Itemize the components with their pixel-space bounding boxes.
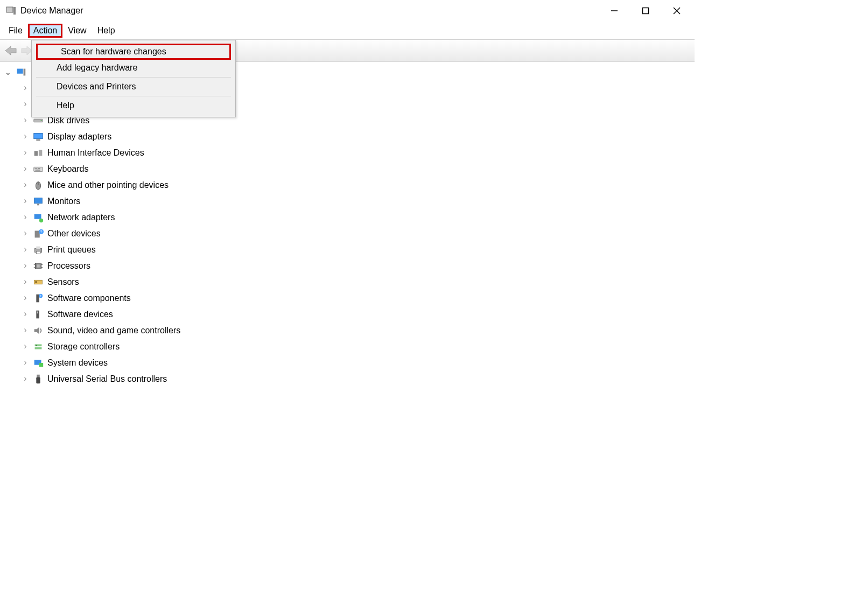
svg-rect-22	[35, 168, 36, 169]
svg-marker-52	[34, 327, 39, 334]
chevron-right-icon[interactable]	[22, 180, 29, 190]
tree-node[interactable]: Storage controllers	[22, 339, 690, 355]
svg-rect-29	[34, 198, 43, 204]
svg-rect-57	[39, 363, 43, 367]
tree-node-label: Sensors	[47, 277, 79, 287]
svg-rect-25	[39, 168, 40, 169]
tree-node[interactable]: System devices	[22, 355, 690, 371]
chevron-right-icon[interactable]	[22, 116, 29, 125]
tree-node[interactable]: Software devices	[22, 306, 690, 323]
chevron-right-icon[interactable]	[22, 229, 29, 239]
close-button[interactable]	[661, 0, 692, 22]
chevron-right-icon[interactable]	[22, 197, 29, 206]
minimize-button[interactable]	[599, 0, 630, 22]
window-controls	[599, 0, 692, 22]
svg-rect-37	[36, 247, 40, 249]
menu-separator	[36, 77, 231, 78]
tree-node[interactable]: Monitors	[22, 193, 690, 209]
sensor-icon	[32, 276, 44, 288]
computer-root-icon	[15, 66, 27, 78]
tree-node[interactable]: Print queues	[22, 242, 690, 258]
sound-icon	[32, 325, 44, 337]
tree-node[interactable]: Network adapters	[22, 209, 690, 226]
chevron-right-icon[interactable]	[22, 164, 29, 174]
cpu-icon	[32, 260, 44, 272]
menu-scan-hardware[interactable]: Scan for hardware changes	[36, 44, 231, 60]
network-icon	[32, 212, 44, 223]
menu-add-legacy[interactable]: Add legacy hardware	[32, 60, 235, 76]
svg-rect-21	[34, 167, 43, 171]
svg-point-32	[39, 219, 43, 222]
tree-node-label: System devices	[47, 358, 108, 368]
svg-rect-8	[17, 69, 23, 74]
chevron-right-icon[interactable]	[22, 148, 29, 158]
mouse-icon	[32, 179, 44, 191]
chevron-right-icon[interactable]	[22, 245, 29, 255]
svg-rect-0	[6, 7, 13, 12]
usb-icon	[32, 373, 44, 385]
svg-marker-7	[22, 46, 32, 55]
tree-node-label: Human Interface Devices	[47, 148, 144, 158]
tree-node[interactable]: Keyboards	[22, 161, 690, 177]
chevron-right-icon[interactable]	[22, 374, 29, 384]
tree-node-label: Display adapters	[47, 132, 111, 142]
tree-node[interactable]: ?Other devices	[22, 226, 690, 242]
svg-rect-3	[643, 8, 649, 14]
chevron-right-icon[interactable]	[22, 100, 29, 109]
svg-rect-59	[36, 377, 40, 383]
menu-help[interactable]: Help	[92, 24, 121, 38]
device-manager-window: Device Manager File Action View Help Sca…	[0, 0, 695, 517]
menu-help-item[interactable]: Help	[32, 97, 235, 114]
back-icon[interactable]	[3, 43, 18, 58]
tree-node[interactable]: Processors	[22, 258, 690, 274]
menu-action[interactable]: Action	[28, 24, 62, 38]
chevron-right-icon[interactable]	[22, 132, 29, 142]
svg-rect-1	[13, 7, 16, 15]
svg-text:?: ?	[40, 229, 42, 234]
tree-node[interactable]: Sound, video and game controllers	[22, 323, 690, 339]
svg-point-55	[36, 345, 37, 346]
chevron-right-icon[interactable]	[22, 342, 29, 352]
window-title: Device Manager	[20, 6, 83, 16]
tree-node[interactable]: +Software components	[22, 290, 690, 306]
chevron-right-icon[interactable]	[22, 277, 29, 287]
tree-node[interactable]: Display adapters	[22, 129, 690, 145]
svg-rect-24	[38, 168, 39, 169]
chevron-right-icon[interactable]	[22, 213, 29, 222]
hid-icon	[32, 147, 44, 159]
svg-rect-17	[34, 134, 43, 139]
tree-node-label: Monitors	[47, 197, 80, 206]
svg-rect-18	[36, 139, 40, 141]
svg-rect-58	[37, 375, 40, 377]
other-icon: ?	[32, 228, 44, 240]
tree-node[interactable]: Mice and other pointing devices	[22, 177, 690, 193]
chevron-right-icon[interactable]	[22, 83, 29, 93]
tree-node[interactable]: Universal Serial Bus controllers	[22, 371, 690, 387]
software-comp-icon: +	[32, 292, 44, 304]
maximize-button[interactable]	[630, 0, 661, 22]
system-icon	[32, 357, 44, 369]
storage-icon	[32, 341, 44, 353]
svg-rect-23	[36, 168, 37, 169]
svg-rect-54	[35, 347, 42, 349]
svg-rect-30	[37, 204, 39, 206]
chevron-right-icon[interactable]	[22, 310, 29, 319]
chevron-down-icon[interactable]	[4, 68, 12, 76]
menu-separator	[36, 96, 231, 96]
chevron-right-icon[interactable]	[22, 293, 29, 303]
svg-rect-9	[24, 69, 26, 76]
tree-node-label: Mice and other pointing devices	[47, 180, 169, 190]
menu-devices-printers[interactable]: Devices and Printers	[32, 79, 235, 95]
svg-rect-38	[36, 251, 40, 254]
chevron-right-icon[interactable]	[22, 326, 29, 335]
svg-rect-20	[39, 150, 42, 156]
menu-view[interactable]: View	[62, 24, 92, 38]
tree-node[interactable]: Sensors	[22, 274, 690, 290]
menu-file[interactable]: File	[3, 24, 28, 38]
chevron-right-icon[interactable]	[22, 261, 29, 271]
chevron-right-icon[interactable]	[22, 358, 29, 368]
tree-node-label: Universal Serial Bus controllers	[47, 374, 167, 384]
tree-node[interactable]: Human Interface Devices	[22, 145, 690, 161]
tree-node-label: Software devices	[47, 310, 113, 319]
action-dropdown: Scan for hardware changes Add legacy har…	[31, 40, 236, 117]
